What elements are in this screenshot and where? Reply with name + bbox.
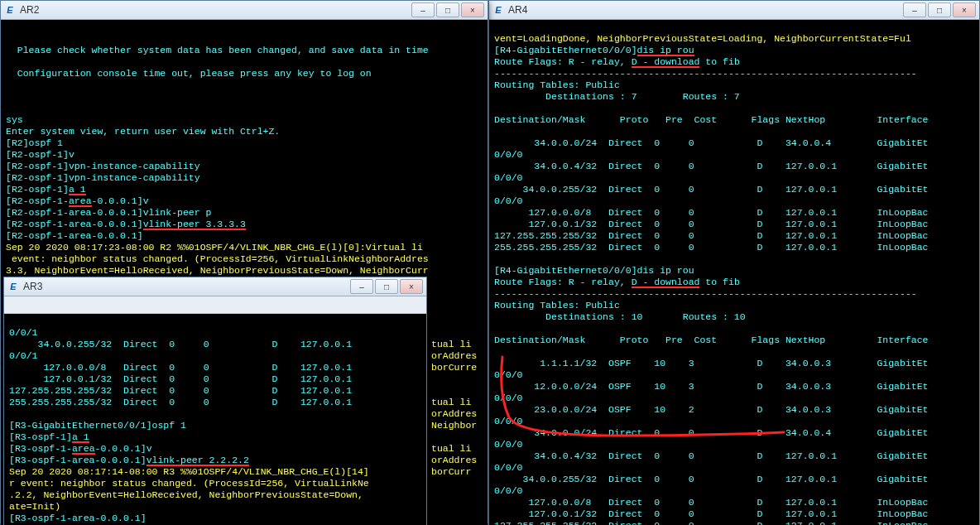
titlebar-ar4[interactable]: E AR4 – □ ×: [489, 1, 979, 20]
close-button[interactable]: ×: [461, 2, 484, 17]
route-table-2: 1.1.1.1/32 OSPF 10 3 D 34.0.0.3 GigabitE…: [494, 358, 929, 525]
terminal-ar3[interactable]: 0/0/1 34.0.0.255/32 Direct 0 0 D 127.0.0…: [4, 314, 426, 525]
table-header: Destination/Mask Proto Pre Cost Flags Ne…: [494, 114, 929, 125]
route-table-1: 34.0.0.0/24 Direct 0 0 D 34.0.0.4 Gigabi…: [494, 137, 929, 253]
minimize-button[interactable]: –: [350, 279, 373, 294]
app-icon: E: [4, 4, 16, 16]
menubar-ar3[interactable]: [4, 296, 426, 314]
close-button[interactable]: ×: [953, 2, 976, 17]
window-ar3[interactable]: E AR3 – □ × 0/0/1 34.0.0.255/32 Direct 0…: [3, 277, 427, 525]
titlebar-ar2[interactable]: E AR2 – □ ×: [1, 1, 488, 20]
ar2-hidden-right: tual li orAddres borCurre tual li orAddr…: [431, 315, 477, 478]
minimize-button[interactable]: –: [903, 2, 926, 17]
app-icon: E: [492, 4, 504, 16]
close-button[interactable]: ×: [400, 279, 423, 294]
titlebar-ar3[interactable]: E AR3 – □ ×: [4, 277, 426, 296]
title-ar3: AR3: [23, 281, 350, 292]
maximize-button[interactable]: □: [436, 2, 459, 17]
ar3-route-rows: 0/0/1 34.0.0.255/32 Direct 0 0 D 127.0.0…: [9, 327, 352, 407]
title-ar2: AR2: [20, 4, 411, 16]
table-header: Destination/Mask Proto Pre Cost Flags Ne…: [494, 335, 929, 345]
window-ar4[interactable]: E AR4 – □ × vent=LoadingDone, NeighborPr…: [488, 0, 980, 525]
maximize-button[interactable]: □: [375, 279, 398, 294]
ar2-output: Please check whether system data has bee…: [6, 45, 429, 183]
minimize-button[interactable]: –: [411, 2, 435, 17]
title-ar4: AR4: [508, 4, 903, 16]
app-icon: E: [7, 281, 19, 292]
terminal-ar4[interactable]: vent=LoadingDone, NeighborPreviousState=…: [489, 20, 979, 525]
maximize-button[interactable]: □: [928, 2, 951, 17]
